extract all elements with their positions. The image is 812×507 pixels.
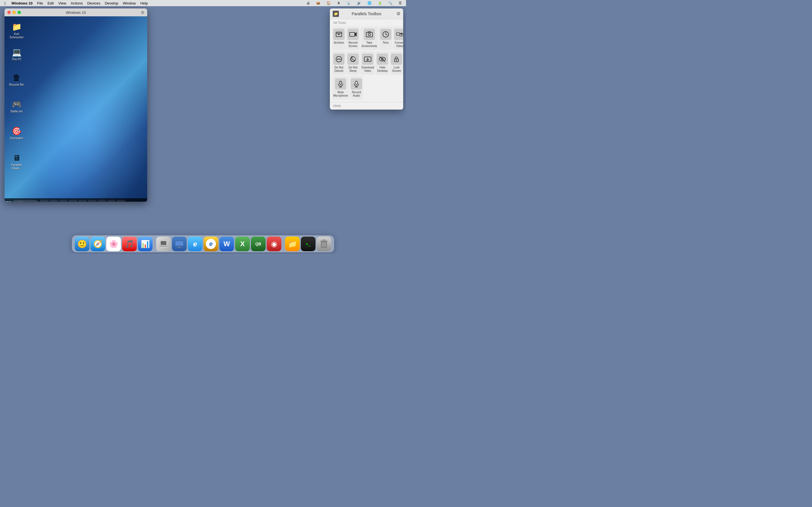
dock-finder[interactable]: 🙂	[75, 237, 89, 251]
dropbox-icon[interactable]: 📦	[314, 1, 322, 5]
tool-download-video[interactable]: Download Video	[360, 51, 375, 75]
dock-ie[interactable]: e	[204, 237, 218, 251]
svg-rect-20	[340, 81, 342, 84]
toolbox-row-1: Archiver Record Screen Take Screenshots	[330, 26, 403, 51]
home-icon[interactable]: 🏠	[324, 1, 333, 5]
fullscreen-button[interactable]	[17, 11, 21, 14]
help-menu[interactable]: Help	[139, 1, 150, 6]
explorer-taskbar-icon[interactable]: 📂	[59, 200, 68, 202]
file-menu[interactable]: File	[35, 1, 45, 6]
dock-music[interactable]: 🎵	[122, 237, 137, 251]
excel-taskbar-icon[interactable]: X	[88, 200, 96, 202]
dock-red-app[interactable]: ◉	[267, 237, 282, 251]
win-search-bar[interactable]: ⊙ Ask me anything 🎙	[12, 200, 38, 202]
dock-keynote[interactable]: 📊	[138, 237, 153, 251]
dock-photos[interactable]: 🌸	[106, 237, 121, 251]
toolbox-hints-label: Hints	[330, 102, 403, 110]
close-button[interactable]	[7, 11, 11, 14]
vm-content[interactable]: 📁 KurtSchmucker 💻 This PC 🗑 Recycle Bin …	[4, 16, 147, 202]
tool-lock-screen[interactable]: Lock Screen	[390, 51, 403, 75]
vm-window: Windows 10 ⊞ 📁 KurtSchmucker 💻 This PC 🗑…	[4, 8, 147, 202]
toolbox-empty-3	[389, 76, 401, 100]
vm-titlebar: Windows 10 ⊞	[4, 8, 147, 16]
svg-point-14	[350, 57, 356, 62]
printer-icon[interactable]: 🖨	[305, 1, 312, 5]
notification-icon[interactable]: ☰	[397, 1, 404, 5]
view-menu[interactable]: View	[56, 1, 68, 6]
dock-parallels-desktop[interactable]	[156, 237, 171, 251]
win-icon-battlenet[interactable]: 🎮 Battle.net	[7, 98, 27, 114]
grid-icon[interactable]: ⊞	[141, 10, 144, 15]
tool-hide-desktop[interactable]: Hide Desktop	[375, 51, 389, 75]
app-name-menu[interactable]: Windows 10	[9, 1, 35, 6]
window-menu[interactable]: Window	[121, 1, 138, 6]
ie-taskbar-icon[interactable]: e	[79, 200, 87, 202]
apple-menu[interactable]: 	[2, 1, 8, 6]
tool-record-audio[interactable]: Record Audio	[350, 76, 363, 100]
svg-rect-5	[338, 34, 340, 35]
devices-menu[interactable]: Devices	[85, 1, 102, 6]
pause-icon[interactable]: ⏸	[335, 1, 342, 5]
dock-word[interactable]: W	[219, 237, 234, 251]
traffic-lights	[7, 11, 21, 14]
edit-menu[interactable]: Edit	[45, 1, 56, 6]
taskview-icon[interactable]: ⧉	[40, 200, 49, 202]
dock-safari[interactable]: 🧭	[91, 237, 105, 251]
dock-excel[interactable]: X	[235, 237, 250, 251]
dock-trash[interactable]	[317, 237, 331, 251]
win-icon-parallels-share[interactable]: 🖥 ParallelsShare...	[7, 152, 27, 171]
toolbox-row-3: Mute Microphone Record Audio	[330, 75, 403, 102]
outlook-taskbar-icon[interactable]: O	[117, 200, 125, 202]
actions-menu[interactable]: Actions	[69, 1, 85, 6]
battery-icon[interactable]: 🔋	[376, 1, 384, 5]
svg-rect-23	[161, 241, 166, 245]
tool-take-screenshots[interactable]: Take Screenshots	[360, 26, 378, 50]
win-start-button[interactable]	[6, 198, 11, 202]
tool-record-screen[interactable]: Record Screen	[346, 26, 360, 50]
win-icon-kurt[interactable]: 📁 KurtSchmucker	[7, 20, 27, 40]
svg-rect-25	[175, 241, 183, 245]
svg-point-8	[368, 34, 370, 36]
vm-window-title: Windows 10	[66, 10, 86, 15]
search-placeholder: Ask me anything	[19, 201, 31, 202]
tool-do-not-sleep[interactable]: Do Not Sleep	[346, 51, 360, 75]
lang-icon[interactable]: 🌐	[365, 1, 373, 5]
settings-gear-icon[interactable]: ⚙	[396, 11, 400, 16]
toolbox-empty-1	[364, 76, 376, 100]
dock-parallels2[interactable]	[172, 237, 187, 251]
all-tools-label: All Tools	[330, 19, 403, 26]
dock-edge[interactable]: e	[188, 237, 202, 251]
dock-terminal[interactable]: >_	[301, 237, 315, 251]
tool-archiver[interactable]: Archiver	[332, 26, 346, 50]
taskbar-app-icons: ⧉ e 📂 🛍 e X W P O	[40, 200, 125, 202]
win-taskbar: ⊙ Ask me anything 🎙 ⧉ e 📂 🛍 e X W P O ∧	[4, 198, 147, 202]
toolbox-titlebar: 📁 Parallels Toolbox ⚙	[330, 8, 403, 19]
dock-files[interactable]: 📁	[285, 237, 300, 251]
develop-menu[interactable]: Develop	[103, 1, 120, 6]
win-icon-recyclebin[interactable]: 🗑 Recycle Bin	[7, 71, 27, 88]
volume-icon[interactable]: 🔊	[355, 1, 363, 5]
dock-quickbooks[interactable]: QB	[251, 237, 266, 251]
toolbox-empty-2	[376, 76, 389, 100]
ppt-taskbar-icon[interactable]: P	[107, 200, 116, 202]
search-icon[interactable]: 🔍	[386, 1, 395, 5]
svg-point-19	[396, 60, 397, 61]
tool-mute-microphone[interactable]: Mute Microphone	[332, 76, 349, 100]
edge-taskbar-icon[interactable]: e	[50, 200, 58, 202]
svg-rect-7	[366, 33, 372, 37]
store-taskbar-icon[interactable]: 🛍	[69, 200, 77, 202]
minimize-button[interactable]	[12, 11, 16, 14]
word-taskbar-icon[interactable]: W	[98, 200, 106, 202]
win-icon-overwatch[interactable]: 🎯 Overwatch	[7, 125, 27, 141]
toolbox-row-2: Do Not Disturb Do Not Sleep Download Vid…	[330, 51, 403, 75]
taskbar-right: ∧ ▭ 📶 🔊 💬 ENG 9:15 AM 7/29/2016	[126, 200, 147, 202]
svg-rect-11	[396, 33, 400, 35]
win-icon-thispc[interactable]: 💻 This PC	[7, 46, 27, 62]
tool-time[interactable]: Time	[379, 26, 393, 50]
mac-menubar:  Windows 10 File Edit View Actions Devi…	[0, 0, 406, 6]
tool-convert-video[interactable]: Convert Video	[393, 26, 403, 50]
tool-do-not-disturb[interactable]: Do Not Disturb	[332, 51, 346, 75]
mac-dock: 🙂 🧭 🌸 🎵 📊 e e W X QB	[72, 235, 334, 252]
wifi-icon[interactable]: 📡	[345, 1, 353, 5]
svg-rect-6	[350, 33, 355, 36]
